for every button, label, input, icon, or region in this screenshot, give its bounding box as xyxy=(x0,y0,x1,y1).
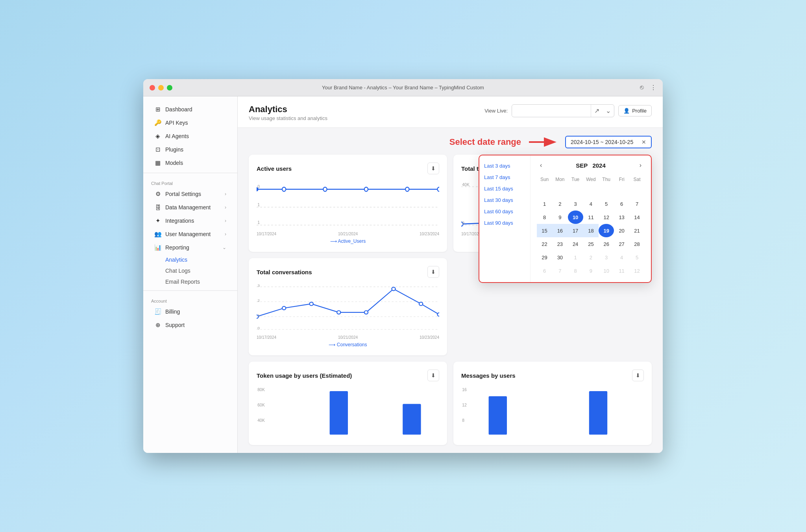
calendar-day[interactable]: 24 xyxy=(568,237,583,251)
view-live-label: View Live: xyxy=(484,108,508,114)
calendar-day[interactable]: 14 xyxy=(629,211,645,224)
calendar-day[interactable]: 16 xyxy=(552,224,568,237)
calendar-day[interactable]: 7 xyxy=(629,197,645,211)
svg-point-35 xyxy=(437,313,439,316)
calendar-day[interactable]: 8 xyxy=(537,211,552,224)
sidebar-item-data-management[interactable]: 🗄 Data Management › xyxy=(146,201,234,214)
svg-rect-48 xyxy=(489,396,507,435)
calendar-day[interactable]: 18 xyxy=(583,224,599,237)
calendar-day[interactable]: 27 xyxy=(614,237,629,251)
calendar-day[interactable]: 4 xyxy=(583,197,599,211)
sidebar-item-billing[interactable]: 🧾 Billing xyxy=(146,305,234,318)
calendar-day[interactable]: 8 xyxy=(568,264,583,277)
calendar-day[interactable]: 7 xyxy=(552,264,568,277)
chart-title: Token usage by users (Estimated) xyxy=(257,372,352,379)
calendar-day[interactable]: 4 xyxy=(614,251,629,264)
calendar-day[interactable]: 15 xyxy=(537,224,552,237)
date-range-close-button[interactable]: ✕ xyxy=(641,139,646,145)
sidebar-item-api-keys[interactable]: 🔑 API Keys xyxy=(146,116,234,129)
calendar-day[interactable]: 10 xyxy=(599,264,614,277)
calendar-day[interactable]: 21 xyxy=(629,224,645,237)
calendar-day xyxy=(552,184,568,197)
download-messages-button[interactable]: ⬇ xyxy=(632,369,644,381)
calendar-day[interactable]: 28 xyxy=(629,237,645,251)
calendar-day[interactable]: 22 xyxy=(537,237,552,251)
last-15-days-button[interactable]: Last 15 days xyxy=(484,185,525,193)
calendar-day[interactable]: 11 xyxy=(614,264,629,277)
sidebar-sub-item-label: Analytics xyxy=(165,257,187,263)
calendar-day[interactable]: 1 xyxy=(537,197,552,211)
sidebar-item-label: AI Agents xyxy=(165,133,189,139)
calendar-day[interactable]: 10 xyxy=(568,211,583,224)
calendar-day[interactable]: 17 xyxy=(568,224,583,237)
last-60-days-button[interactable]: Last 60 days xyxy=(484,207,525,216)
last-90-days-button[interactable]: Last 90 days xyxy=(484,219,525,227)
date-range-input[interactable]: 2024-10-15 ~ 2024-10-25 ✕ xyxy=(565,136,652,148)
user-icon: 👤 xyxy=(623,108,630,114)
calendar-day[interactable]: 3 xyxy=(568,197,583,211)
calendar-day[interactable]: 9 xyxy=(583,264,599,277)
menu-icon[interactable]: ⋮ xyxy=(650,84,656,91)
external-link-icon[interactable]: ↗ xyxy=(591,105,603,117)
calendar-day[interactable]: 2 xyxy=(552,197,568,211)
calendar-day[interactable]: 29 xyxy=(537,251,552,264)
sidebar-item-plugins[interactable]: ⊡ Plugins xyxy=(146,143,234,156)
profile-button[interactable]: 👤 Profile xyxy=(618,105,652,116)
last-3-days-button[interactable]: Last 3 days xyxy=(484,162,525,170)
download-conversations-button[interactable]: ⬇ xyxy=(427,266,439,278)
close-button[interactable] xyxy=(150,85,155,91)
day-header-fri: Fri xyxy=(614,175,629,184)
sidebar-item-integrations[interactable]: ✦ Integrations › xyxy=(146,214,234,227)
settings-icon: ⚙ xyxy=(154,190,161,198)
sidebar-item-portal-settings[interactable]: ⚙ Portal Settings › xyxy=(146,187,234,201)
chart-legend: ⟶ Conversations xyxy=(257,342,439,347)
calendar-day[interactable]: 12 xyxy=(629,264,645,277)
users-icon: 👥 xyxy=(154,231,161,238)
share-icon[interactable]: ⎋ xyxy=(640,84,644,91)
chart-header: Token usage by users (Estimated) ⬇ xyxy=(257,369,439,381)
download-active-users-button[interactable]: ⬇ xyxy=(427,163,439,174)
last-7-days-button[interactable]: Last 7 days xyxy=(484,173,525,181)
calendar-day[interactable]: 23 xyxy=(552,237,568,251)
calendar-day[interactable]: 12 xyxy=(599,211,614,224)
sidebar-item-user-management[interactable]: 👥 User Management › xyxy=(146,227,234,241)
prev-month-button[interactable]: ‹ xyxy=(537,160,545,170)
sidebar-item-label: Support xyxy=(165,322,185,328)
calendar-day[interactable]: 30 xyxy=(552,251,568,264)
sidebar-item-reporting[interactable]: 📊 Reporting ⌄ xyxy=(146,241,234,254)
calendar-day[interactable]: 25 xyxy=(583,237,599,251)
minimize-button[interactable] xyxy=(158,85,164,91)
sidebar-item-support[interactable]: ⊕ Support xyxy=(146,318,234,332)
sidebar-sub-item-email-reports[interactable]: Email Reports xyxy=(146,276,234,287)
calendar-day[interactable]: 6 xyxy=(614,197,629,211)
sidebar-item-dashboard[interactable]: ⊞ Dashboard xyxy=(146,103,234,116)
download-token-usage-button[interactable]: ⬇ xyxy=(427,369,439,381)
last-30-days-button[interactable]: Last 30 days xyxy=(484,196,525,204)
calendar-day[interactable]: 20 xyxy=(614,224,629,237)
calendar-day[interactable]: 6 xyxy=(537,264,552,277)
sidebar-item-label: Integrations xyxy=(165,218,194,224)
url-input[interactable] xyxy=(512,105,591,116)
dropdown-icon[interactable]: ⌄ xyxy=(603,105,614,117)
calendar-day[interactable]: 11 xyxy=(583,211,599,224)
sidebar-sub-item-chat-logs[interactable]: Chat Logs xyxy=(146,265,234,276)
calendar-day[interactable]: 13 xyxy=(614,211,629,224)
header-left: Analytics View usage statistics and anal… xyxy=(249,104,484,121)
support-icon: ⊕ xyxy=(154,321,161,329)
calendar-day[interactable]: 2 xyxy=(583,251,599,264)
calendar-day[interactable]: 9 xyxy=(552,211,568,224)
sidebar-sub-item-analytics[interactable]: Analytics xyxy=(146,254,234,265)
calendar-day[interactable]: 1 xyxy=(568,251,583,264)
calendar-day[interactable]: 5 xyxy=(629,251,645,264)
calendar-day[interactable]: 5 xyxy=(599,197,614,211)
calendar-day[interactable]: 26 xyxy=(599,237,614,251)
calendar-day[interactable]: 3 xyxy=(599,251,614,264)
fullscreen-button[interactable] xyxy=(167,85,172,91)
x-label: 10/17/2024 xyxy=(257,335,276,340)
day-header-tue: Tue xyxy=(568,175,583,184)
reporting-icon: 📊 xyxy=(154,244,161,251)
sidebar-item-models[interactable]: ▦ Models xyxy=(146,156,234,170)
next-month-button[interactable]: › xyxy=(636,160,645,170)
sidebar-item-ai-agents[interactable]: ◈ AI Agents xyxy=(146,129,234,143)
calendar-day[interactable]: 19 xyxy=(599,224,614,237)
